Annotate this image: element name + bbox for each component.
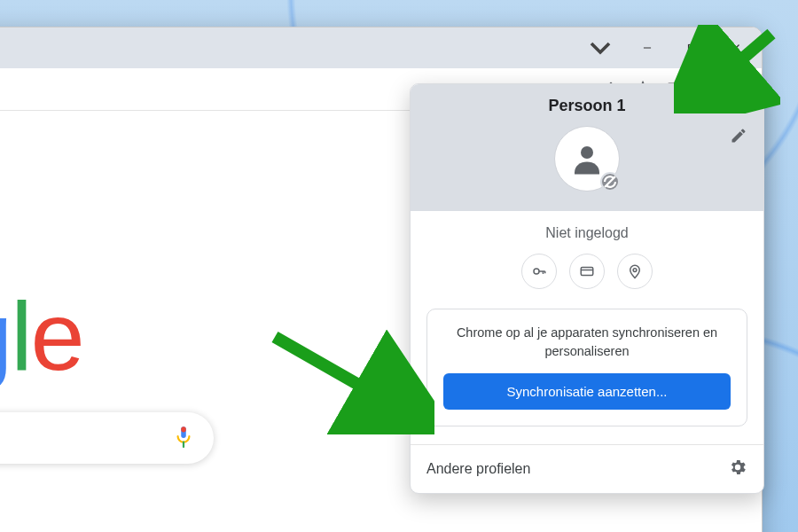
svg-rect-12 (181, 426, 186, 432)
profile-quick-actions (426, 254, 747, 289)
window-titlebar (0, 27, 762, 68)
turn-on-sync-button[interactable]: Synchronisatie aanzetten... (443, 373, 731, 410)
payments-icon[interactable] (569, 254, 605, 289)
voice-search-icon[interactable] (174, 425, 193, 451)
passwords-icon[interactable] (521, 254, 557, 289)
search-box[interactable]: p een URL (0, 412, 214, 464)
profile-body: Niet ingelogd Chrome op al je apparaten … (411, 211, 763, 444)
window-controls (625, 27, 758, 68)
sync-off-badge-icon (600, 172, 620, 192)
minimize-button[interactable] (625, 27, 669, 68)
manage-profiles-gear-icon[interactable] (728, 458, 747, 481)
tab-overflow-chevron[interactable] (583, 27, 618, 68)
google-logo: G o o g l e (0, 279, 83, 392)
svg-point-16 (534, 269, 539, 274)
maximize-button[interactable] (669, 27, 714, 68)
addresses-icon[interactable] (617, 254, 653, 289)
signin-status: Niet ingelogd (426, 225, 747, 241)
other-profiles-row[interactable]: Andere profielen (411, 444, 763, 493)
svg-point-22 (633, 269, 637, 272)
profile-header: Persoon 1 (411, 84, 763, 211)
svg-rect-1 (689, 45, 695, 51)
search-placeholder: p een URL (0, 426, 161, 450)
sync-message: Chrome op al je apparaten synchroniseren… (443, 324, 731, 361)
profile-popover: Persoon 1 Niet ingelogd Chrome op al je … (410, 83, 764, 494)
svg-point-14 (581, 146, 593, 159)
edit-profile-icon[interactable] (730, 127, 747, 148)
profile-avatar[interactable] (554, 126, 620, 192)
svg-rect-20 (581, 268, 593, 276)
sync-card: Chrome op al je apparaten synchroniseren… (426, 309, 747, 426)
close-button[interactable] (714, 27, 758, 68)
profile-name: Persoon 1 (425, 97, 749, 115)
other-profiles-label: Andere profielen (426, 461, 530, 477)
